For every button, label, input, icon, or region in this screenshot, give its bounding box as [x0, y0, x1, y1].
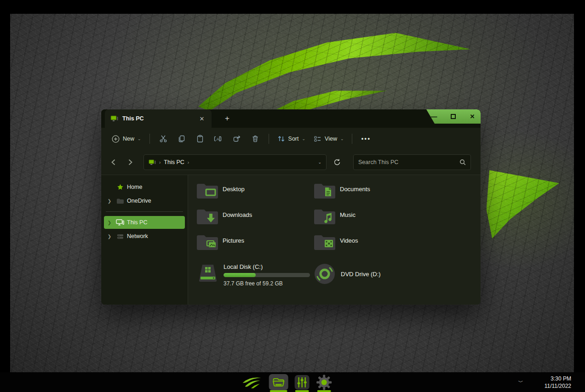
desktop-folder-icon: [196, 182, 219, 201]
forward-button[interactable]: [123, 155, 137, 169]
clock-date: 11/11/2022: [545, 382, 571, 390]
tab-title: This PC: [122, 115, 194, 122]
plus-circle-icon: [112, 135, 120, 143]
chevron-right-icon[interactable]: ❯: [106, 234, 113, 239]
drive-tile-dvd-d[interactable]: DVD Drive (D:): [313, 261, 430, 287]
chevron-right-icon[interactable]: ❯: [106, 220, 113, 225]
paste-icon: [196, 135, 204, 143]
this-pc-icon: [110, 115, 118, 122]
svg-text:A: A: [216, 136, 219, 142]
drive-tile-local-disk-c[interactable]: Local Disk (C:) 37.7 GB free of 59.2 GB: [196, 261, 313, 287]
title-bar: This PC ✕ + — ✕: [101, 109, 481, 128]
address-bar[interactable]: › This PC › ⌄: [143, 154, 327, 170]
refresh-button[interactable]: [330, 155, 344, 169]
view-icon: [314, 135, 321, 142]
maximize-button[interactable]: [449, 114, 457, 120]
delete-button[interactable]: [246, 131, 264, 146]
taskbar-mixer-app[interactable]: [294, 372, 310, 392]
address-dropdown-icon[interactable]: ⌄: [318, 160, 321, 165]
show-hidden-icons-chevron[interactable]: ﹀: [518, 379, 523, 386]
folder-tile-music[interactable]: Music: [313, 207, 430, 233]
running-app-indicator: [317, 390, 331, 392]
running-app-indicator: [270, 390, 287, 392]
minimize-button[interactable]: —: [430, 114, 437, 120]
documents-folder-icon: [313, 182, 336, 201]
this-pc-icon: [149, 159, 156, 165]
breadcrumb[interactable]: This PC: [164, 159, 184, 165]
new-tab-button[interactable]: +: [222, 114, 233, 125]
gear-icon: [316, 374, 333, 391]
toolbar-divider: [352, 134, 352, 144]
breadcrumb-chevron-icon: ›: [159, 160, 161, 165]
tab-close-button[interactable]: ✕: [198, 115, 206, 122]
command-bar: New ⌄ A: [101, 128, 481, 150]
share-icon: [233, 135, 241, 143]
toolbar-divider: [269, 134, 269, 144]
taskbar-file-explorer[interactable]: [269, 372, 288, 392]
window-caption-controls: — ✕: [416, 109, 481, 124]
tab-this-pc[interactable]: This PC ✕: [105, 109, 212, 128]
sidebar-item-this-pc[interactable]: ❯ This PC: [104, 216, 185, 229]
sort-button[interactable]: Sort ⌄: [273, 131, 310, 146]
sidebar-item-onedrive[interactable]: ❯ OneDrive: [104, 194, 185, 207]
trash-icon: [251, 135, 259, 143]
close-button[interactable]: ✕: [469, 114, 476, 120]
search-icon: [459, 159, 466, 165]
forward-arrow-icon: [126, 159, 134, 166]
sort-icon: [277, 135, 285, 142]
home-star-icon: [115, 184, 125, 191]
sidebar-item-home[interactable]: Home: [104, 181, 185, 193]
mixer-sliders-icon: [294, 375, 310, 390]
back-button[interactable]: [107, 155, 120, 169]
clock-time: 3:30 PM: [545, 375, 571, 382]
dvd-drive-icon: [313, 262, 336, 285]
search-input[interactable]: [358, 159, 459, 165]
folder-tile-desktop[interactable]: Desktop: [196, 182, 313, 207]
folder-tile-videos[interactable]: Videos: [313, 233, 430, 259]
view-button[interactable]: View ⌄: [310, 131, 348, 146]
taskbar-clock[interactable]: 3:30 PM 11/11/2022: [545, 375, 571, 390]
folder-tile-downloads[interactable]: Downloads: [196, 207, 313, 233]
onedrive-folder-icon: [115, 198, 125, 204]
sidebar-item-network[interactable]: ❯ Network: [104, 230, 185, 243]
network-icon: [115, 233, 125, 239]
file-explorer-window: This PC ✕ + — ✕ New ⌄: [101, 109, 481, 305]
wallpaper-claw-stroke: [485, 164, 574, 243]
view-label: View: [325, 136, 337, 142]
taskbar: ﹀ 3:30 PM 11/11/2022: [0, 372, 585, 392]
music-folder-icon: [313, 207, 336, 227]
start-button[interactable]: [242, 372, 263, 392]
scissors-icon: [159, 135, 167, 143]
nvidia-logo-icon: [242, 375, 263, 389]
rename-button[interactable]: A: [209, 131, 228, 146]
disk-usage-bar: [224, 273, 310, 277]
back-arrow-icon: [110, 159, 117, 166]
share-button[interactable]: [228, 131, 246, 146]
folder-tile-documents[interactable]: Documents: [313, 182, 430, 207]
rename-icon: A: [214, 135, 223, 143]
downloads-folder-icon: [196, 207, 219, 227]
copy-button[interactable]: [172, 131, 191, 146]
copy-icon: [178, 135, 186, 143]
sort-label: Sort: [288, 136, 299, 142]
new-label: New: [123, 136, 134, 142]
search-box[interactable]: [353, 154, 471, 170]
file-explorer-icon: [272, 377, 285, 388]
taskbar-settings-app[interactable]: [316, 372, 333, 392]
this-pc-monitor-icon: [115, 219, 125, 226]
disk-free-space: 37.7 GB free of 59.2 GB: [224, 280, 310, 287]
chevron-right-icon[interactable]: ❯: [106, 199, 113, 204]
navigation-bar: › This PC › ⌄: [101, 150, 481, 175]
chevron-down-icon: ⌄: [302, 136, 306, 141]
running-app-indicator: [295, 390, 309, 392]
disk-usage-fill: [224, 273, 256, 277]
paste-button[interactable]: [191, 131, 209, 146]
toolbar-divider: [149, 134, 150, 144]
new-button[interactable]: New ⌄: [108, 131, 145, 146]
cut-button[interactable]: [154, 131, 172, 146]
see-more-button[interactable]: •••: [356, 135, 375, 142]
navigation-pane: Home ❯ OneDrive ❯ This PC: [101, 175, 188, 305]
pictures-folder-icon: [196, 233, 219, 252]
videos-folder-icon: [313, 233, 336, 252]
folder-tile-pictures[interactable]: Pictures: [196, 233, 313, 259]
